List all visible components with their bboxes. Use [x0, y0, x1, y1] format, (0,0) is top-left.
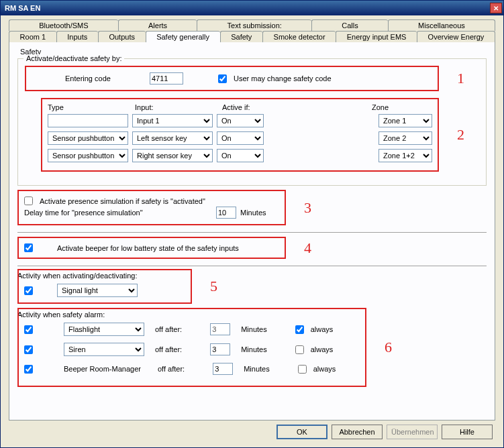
annotation-box-1: 1 Entering code User may change safety c…	[25, 66, 439, 91]
alarm-row: Beeper Room-Manageroff after:Minutesalwa…	[24, 363, 360, 375]
off-after-input	[210, 323, 230, 335]
input-select[interactable]: Left sensor key	[132, 131, 213, 145]
alarm-device-label: Beeper Room-Manager	[64, 365, 147, 373]
activity-activating-select[interactable]: Signal light	[57, 284, 138, 297]
tab-safety-generally[interactable]: Safety generally	[146, 31, 220, 42]
always-label: always	[313, 365, 336, 373]
annotation-number-4: 4	[304, 239, 311, 257]
delay-input[interactable]	[216, 207, 236, 219]
tab-room-1[interactable]: Room 1	[9, 31, 56, 42]
close-icon[interactable]: ✕	[490, 3, 502, 13]
tab-row-top: Bluetooth/SMS Alerts Text submission: Ca…	[9, 19, 495, 31]
tab-row-bottom: Room 1 Inputs Outputs Safety generally S…	[9, 31, 495, 42]
zone-select[interactable]: Zone 1	[379, 114, 432, 127]
active-if-select[interactable]: On	[217, 131, 264, 145]
alarm-enable-checkbox[interactable]	[24, 345, 33, 354]
divider-2	[17, 266, 487, 266]
entering-code-label: Entering code	[32, 74, 146, 82]
zone-select[interactable]: Zone 1+2	[379, 149, 432, 162]
apply-button: Übernehmen	[387, 425, 438, 439]
titlebar: RM SA EN ✕	[1, 1, 503, 15]
tab-smoke-detector[interactable]: Smoke detector	[262, 31, 336, 42]
tab-text-submission[interactable]: Text submission:	[197, 19, 311, 31]
tab-outputs[interactable]: Outputs	[98, 31, 146, 42]
col-active-if-header: Active if:	[222, 103, 283, 111]
beeper-low-battery-label: Activate beeper for low battery state of…	[57, 244, 239, 252]
tab-inputs[interactable]: Inputs	[56, 31, 98, 42]
tab-bluetooth-sms[interactable]: Bluetooth/SMS	[9, 19, 118, 31]
cancel-button[interactable]: Abbrechen	[332, 425, 383, 439]
delay-minutes-label: Minutes	[240, 209, 266, 217]
input-select[interactable]: Right sensor key	[132, 149, 213, 162]
client-area: Bluetooth/SMS Alerts Text submission: Ca…	[1, 15, 503, 447]
always-checkbox[interactable]	[295, 325, 304, 334]
delay-label: Delay time for "presence simulation"	[24, 209, 212, 217]
user-may-change-checkbox[interactable]	[218, 74, 227, 83]
annotation-box-3: 3 Activate presence simulation if safety…	[17, 190, 286, 225]
tab-energy-input-ems[interactable]: Energy input EMS	[336, 31, 417, 42]
always-checkbox[interactable]	[295, 345, 304, 354]
annotation-number-2: 2	[457, 126, 464, 144]
minutes-label: Minutes	[244, 365, 270, 373]
always-label: always	[311, 325, 334, 333]
active-if-select[interactable]: On	[217, 114, 264, 127]
divider-1	[17, 232, 487, 233]
annotation-number-5: 5	[210, 278, 217, 295]
always-checkbox[interactable]	[298, 365, 307, 374]
off-after-input[interactable]	[210, 343, 230, 355]
active-if-select[interactable]: On	[217, 149, 264, 162]
off-after-input[interactable]	[213, 363, 233, 375]
alarm-device-select[interactable]: Siren	[64, 343, 144, 356]
always-label: always	[311, 345, 334, 353]
off-after-label: off after:	[158, 365, 185, 373]
annotation-box-5: 5 Signal light	[17, 269, 192, 304]
col-input-header: Input:	[135, 103, 222, 111]
entering-code-input[interactable]	[150, 72, 183, 85]
off-after-label: off after:	[155, 345, 182, 353]
presence-sim-label: Activate presence simulation if safety i…	[40, 197, 205, 205]
help-button[interactable]: Hilfe	[442, 425, 493, 439]
tab-strip: Bluetooth/SMS Alerts Text submission: Ca…	[9, 19, 495, 42]
activity-activating-checkbox[interactable]	[24, 286, 33, 295]
zone-select[interactable]: Zone 2	[379, 131, 432, 145]
group-title-activate-by: Activate/deactivate safety by:	[23, 54, 124, 62]
tab-overview-energy[interactable]: Overview Energy	[417, 31, 495, 42]
input-select[interactable]: Input 1	[132, 114, 213, 127]
tab-calls[interactable]: Calls	[311, 19, 388, 31]
off-after-label: off after:	[155, 325, 182, 333]
annotation-number-3: 3	[304, 199, 311, 217]
annotation-box-4: 4 Activate beeper for low battery state …	[17, 237, 286, 259]
col-zone-header: Zone	[372, 103, 432, 111]
input-config-row: Sensor pushbuttonLeft sensor keyOnZone 2	[48, 131, 432, 145]
input-config-row: InputsInput 1OnZone 1	[48, 114, 432, 127]
type-select[interactable]: Sensor pushbutton	[48, 131, 128, 145]
tab-panel: Safety Activate/deactivate safety by: 1 …	[9, 42, 495, 421]
ok-button[interactable]: OK	[276, 425, 327, 439]
alarm-enable-checkbox[interactable]	[24, 365, 33, 374]
input-config-row: Sensor pushbuttonRight sensor keyOnZone …	[48, 149, 432, 162]
annotation-number-1: 1	[457, 70, 464, 87]
minutes-label: Minutes	[241, 325, 267, 333]
minutes-label: Minutes	[241, 345, 267, 353]
tab-miscellaneous[interactable]: Miscellaneous	[388, 19, 495, 31]
group-activate-by: Activate/deactivate safety by: 1 Enterin…	[17, 58, 487, 186]
user-may-change-label: User may change safety code	[234, 74, 332, 82]
dialog-buttons: OK Abbrechen Übernehmen Hilfe	[5, 421, 499, 443]
window-title: RM SA EN	[5, 4, 40, 12]
tab-alerts[interactable]: Alerts	[118, 19, 197, 31]
alarm-device-select[interactable]: Flashlight	[64, 323, 144, 336]
alarm-enable-checkbox[interactable]	[24, 325, 33, 334]
col-type-header: Type	[48, 103, 135, 111]
type-select[interactable]: Inputs	[48, 114, 128, 127]
annotation-box-6: 6 Flashlightoff after:MinutesalwaysSiren…	[17, 308, 366, 387]
annotation-number-6: 6	[385, 339, 392, 356]
annotation-box-2: 2 Type Input: Active if: Zone InputsInpu…	[41, 98, 439, 172]
beeper-low-battery-checkbox[interactable]	[24, 243, 33, 252]
tab-safety[interactable]: Safety	[220, 31, 262, 42]
presence-sim-checkbox[interactable]	[24, 197, 33, 205]
type-select[interactable]: Sensor pushbutton	[48, 149, 128, 162]
alarm-row: Sirenoff after:Minutesalways	[24, 343, 360, 356]
window: RM SA EN ✕ Bluetooth/SMS Alerts Text sub…	[0, 0, 504, 448]
alarm-row: Flashlightoff after:Minutesalways	[24, 323, 360, 336]
